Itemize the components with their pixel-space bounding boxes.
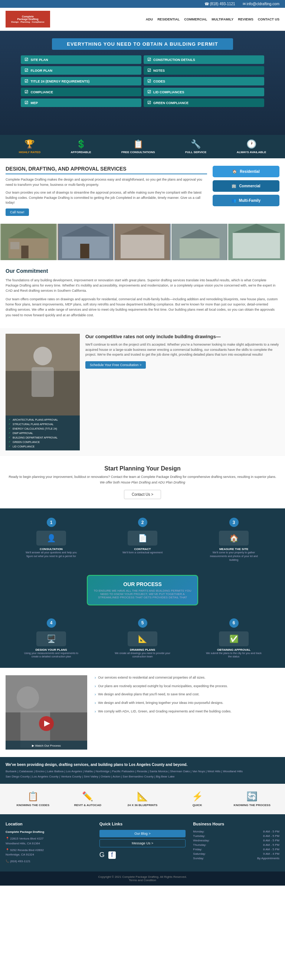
arrow-icon: › xyxy=(95,676,96,680)
day-label: Friday: xyxy=(193,848,202,851)
message-button[interactable]: Message Us > xyxy=(100,839,186,847)
check-icon: ☑ xyxy=(24,57,28,62)
feature-label: ALWAYS AVAILABLE xyxy=(237,151,266,154)
planning-desc: Ready to begin planning your improvement… xyxy=(6,475,279,479)
process-step-2: 2 📄 CONTRACT We'll form a contractual ag… xyxy=(115,518,170,562)
contact-button[interactable]: Contact Us > xyxy=(124,490,161,499)
service-card-residential[interactable]: 🏠 Residential xyxy=(213,166,279,177)
top-bar: ☎ (818) 493-1121 ✉ info@cldrafting.com xyxy=(0,0,285,8)
day-label: Monday: xyxy=(193,830,204,833)
check-icon: ✓ xyxy=(8,427,11,430)
google-icon[interactable]: G xyxy=(100,851,104,859)
planning-title: Start Planning Your Design xyxy=(6,465,279,472)
dollar-icon: 💲 xyxy=(76,139,86,149)
feature-label: HIGHLY RATED xyxy=(19,151,41,154)
hours-value: 9 AM - 4 PM xyxy=(263,852,279,856)
check-icon: ✓ xyxy=(8,418,11,421)
hours-sunday: Sunday: By Appointments xyxy=(193,857,279,860)
process-step-6: 6 ✅ OBTAINING APPROVAL We submit the pla… xyxy=(206,619,261,659)
checklist-green-compliance: ✓ GREEN COMPLIANCE xyxy=(8,440,77,444)
service-card-commercial[interactable]: 🏢 Commercial xyxy=(213,180,279,192)
checklist-item-compliance: ☑ COMPLIANCE xyxy=(21,88,141,96)
footer-location: Location Complete Package Drafting 📍 228… xyxy=(6,822,92,864)
service-point-1: › Our services extend to residential and… xyxy=(95,675,279,680)
step-desc-6: We submit the plans to the city for you … xyxy=(206,651,261,659)
step-number-5: 5 xyxy=(138,619,147,628)
call-now-button[interactable]: Call Now! xyxy=(6,208,29,216)
service-point-text-4: We design and draft with intent, bringin… xyxy=(98,700,223,705)
step-icon-box-5: 📐 xyxy=(128,632,157,646)
terms-link[interactable]: Terms and Condition xyxy=(129,878,156,882)
revit-icon: ✏️ xyxy=(82,791,93,802)
feature-affordable: 💲 AFFORDABLE xyxy=(71,139,91,154)
feature-highly-rated: 🏆 HIGHLY RATED xyxy=(19,139,41,154)
measure-icon: 🏠 xyxy=(230,534,239,542)
header: CompletePackage DraftingDesign · Plannin… xyxy=(0,8,285,31)
nav-contact[interactable]: CONTACT US xyxy=(258,18,279,21)
nav-adu[interactable]: ADU xyxy=(146,18,153,21)
rates-desc: We'll continue to work on the project un… xyxy=(86,342,279,358)
check-icon: ☑ xyxy=(147,68,151,73)
services-video[interactable]: ▶ Watch Our Process xyxy=(6,675,87,749)
footer-phone[interactable]: 📞 (818) 493-1121 xyxy=(6,859,92,864)
footer-location-title: Location xyxy=(6,822,92,826)
process-section: 1 👤 CONSULTATION We'll answer all your q… xyxy=(0,508,285,668)
feature-label: AFFORDABLE xyxy=(71,151,91,154)
revit-label: REVIT & AUTOCAD xyxy=(74,803,101,807)
nav-residential[interactable]: RESIDENTIAL xyxy=(157,18,180,21)
check-icon: ☑ xyxy=(147,79,151,84)
hero-title: EVERYTHING YOU NEED TO OBTAIN A BUILDING… xyxy=(52,38,233,50)
consultation-icon: 📋 xyxy=(133,139,143,149)
svg-point-22 xyxy=(33,347,52,365)
step-icon-box-3: 🏠 xyxy=(219,531,249,546)
services-text: DESIGN, DRAFTING, AND APPROVAL SERVICES … xyxy=(6,166,207,216)
svg-rect-18 xyxy=(233,233,280,258)
check-icon: ☑ xyxy=(147,89,151,94)
facebook-icon[interactable]: f xyxy=(108,851,116,859)
main-nav: ADU RESIDENTIAL COMMERCIAL MULTIFAMILY R… xyxy=(146,18,279,21)
service-card-multifamily[interactable]: 👥 Multi-Family xyxy=(213,195,279,206)
quick-label: QUICK xyxy=(193,803,202,807)
hero-banner: EVERYTHING YOU NEED TO OBTAIN A BUILDING… xyxy=(0,31,285,135)
blueprint-label: 24 X 36 BLUEPRINTS xyxy=(128,803,158,807)
check-icon: ☑ xyxy=(147,100,151,105)
day-label: Wednesday: xyxy=(193,839,209,842)
rates-text: Our competitive rates not only include b… xyxy=(86,334,279,450)
footer-address1: 📍 22815 Ventura Blvd #227 xyxy=(6,837,92,842)
arrow-icon: › xyxy=(95,701,96,705)
blog-button[interactable]: Our Blog > xyxy=(100,830,186,837)
checklist-item-green: ☑ GREEN COMPLIANCE xyxy=(144,99,264,107)
rates-title: Our competitive rates not only include b… xyxy=(86,334,279,339)
checklist-item-site-plan: ☑ SITE PLAN xyxy=(21,56,141,64)
process-icon: 🔄 xyxy=(246,791,258,802)
logo[interactable]: CompletePackage DraftingDesign · Plannin… xyxy=(6,11,50,27)
house-photo-4 xyxy=(171,223,228,261)
process-step-4: 4 🖥️ DESIGN YOUR PLANS Using your measur… xyxy=(24,619,79,659)
hours-value: By Appointments xyxy=(257,857,279,860)
consultation-icon: 👤 xyxy=(47,534,56,542)
codes-label: KNOWING THE CODES xyxy=(17,803,49,807)
house-photo-3 xyxy=(114,223,171,261)
nav-reviews[interactable]: REVIEWS xyxy=(238,18,253,21)
feature-available: 🕐 ALWAYS AVAILABLE xyxy=(237,139,266,154)
footer-quicklinks: Quick Links Our Blog > Message Us > G f xyxy=(100,822,186,864)
photo-row xyxy=(0,223,285,261)
commitment-para2: Our team offers competitive rates on dra… xyxy=(6,297,279,318)
svg-rect-23 xyxy=(32,367,54,397)
nav-multifamily[interactable]: MULTIFAMILY xyxy=(212,18,233,21)
nav-commercial[interactable]: COMMERCIAL xyxy=(184,18,207,21)
clock-icon: 🕐 xyxy=(246,139,256,149)
service-point-5: › We comply with ADA, LID, Green, and Gr… xyxy=(95,709,279,714)
building-icon: 🏢 xyxy=(231,184,236,188)
process-steps-bottom: 4 🖥️ DESIGN YOUR PLANS Using your measur… xyxy=(6,619,279,659)
schedule-button[interactable]: Schedule Your Free Consultation > xyxy=(86,361,146,369)
checklist-arch: ✓ ARCHITECTURAL PLANS APPROVAL xyxy=(8,417,77,422)
checklist-item-construction: ☑ CONSTRUCTION DETAILS xyxy=(144,56,264,64)
feature-consultations: 📋 FREE CONSULTATIONS xyxy=(121,139,155,154)
contract-icon: 📄 xyxy=(138,534,147,542)
copyright-bar: Copyright © 2021 Complete Package Drafti… xyxy=(0,872,285,886)
hours-value: 8 AM - 5 PM xyxy=(263,830,279,833)
step-icon-box-2: 📄 xyxy=(128,531,157,546)
feature-full-service: 🔧 FULL SERVICE xyxy=(185,139,207,154)
checklist-item-title24: ☑ TITLE 24 (ENERGY REQUIREMENTS) xyxy=(21,77,141,86)
